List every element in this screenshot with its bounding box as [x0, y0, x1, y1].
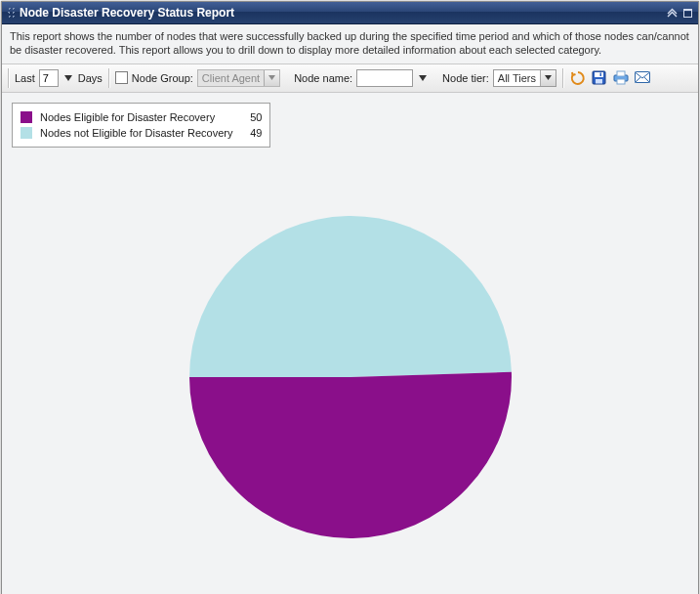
node-group-label: Node Group: [132, 72, 193, 84]
refresh-icon [570, 70, 586, 86]
grip-icon [8, 7, 15, 20]
node-tier-select[interactable]: All Tiers [493, 69, 556, 87]
node-group-value: Client Agent [198, 70, 264, 86]
legend-label: Nodes not Eligible for Disaster Recovery [40, 127, 232, 139]
dropdown-icon [264, 70, 279, 86]
node-tier-label: Node tier: [442, 72, 489, 84]
legend-item: Nodes not Eligible for Disaster Recovery… [21, 125, 262, 141]
svg-rect-2 [596, 79, 602, 84]
svg-rect-1 [595, 72, 603, 77]
dropdown-icon[interactable] [540, 70, 556, 86]
maximize-icon[interactable] [683, 9, 692, 18]
pie-slice[interactable] [189, 216, 512, 377]
filter-toolbar: Last Days Node Group: Client Agent Node … [2, 64, 698, 93]
node-name-dropdown-icon[interactable] [417, 72, 429, 84]
node-name-label: Node name: [294, 72, 352, 84]
separator-icon [108, 68, 109, 88]
svg-rect-6 [617, 79, 625, 84]
svg-rect-5 [617, 71, 625, 76]
refresh-button[interactable] [569, 69, 587, 87]
email-button[interactable] [634, 69, 651, 87]
floppy-icon [592, 70, 606, 85]
report-description: This report shows the number of nodes th… [2, 24, 698, 64]
node-tier-value: All Tiers [494, 70, 540, 86]
legend-value: 49 [240, 127, 262, 139]
titlebar-tools [667, 7, 692, 20]
node-group-select: Client Agent [197, 69, 280, 87]
save-button[interactable] [591, 69, 608, 87]
legend-swatch [21, 111, 32, 123]
separator-icon [562, 68, 563, 88]
print-button[interactable] [612, 69, 630, 87]
titlebar: Node Disaster Recovery Status Report [2, 2, 698, 24]
node-group-checkbox[interactable] [115, 71, 128, 84]
report-panel: Node Disaster Recovery Status Report Thi… [1, 1, 699, 594]
legend-label: Nodes Eligible for Disaster Recovery [40, 111, 232, 123]
chart-legend: Nodes Eligible for Disaster Recovery 50 … [12, 103, 270, 148]
last-label: Last [15, 72, 35, 84]
legend-value: 50 [240, 111, 262, 123]
report-body: Nodes Eligible for Disaster Recovery 50 … [2, 93, 698, 595]
separator-icon [8, 68, 9, 88]
node-name-input[interactable] [356, 69, 413, 87]
panel-title: Node Disaster Recovery Status Report [20, 6, 667, 20]
pie-slice[interactable] [189, 372, 512, 538]
days-label: Days [78, 72, 103, 84]
printer-icon [613, 70, 629, 85]
legend-item: Nodes Eligible for Disaster Recovery 50 [21, 109, 262, 125]
svg-rect-3 [600, 73, 602, 77]
collapse-icon[interactable] [667, 7, 678, 20]
pie-chart [185, 211, 516, 543]
legend-swatch [21, 127, 32, 139]
envelope-icon [635, 71, 650, 84]
last-days-input[interactable] [39, 69, 59, 87]
last-days-dropdown-icon[interactable] [62, 72, 74, 84]
